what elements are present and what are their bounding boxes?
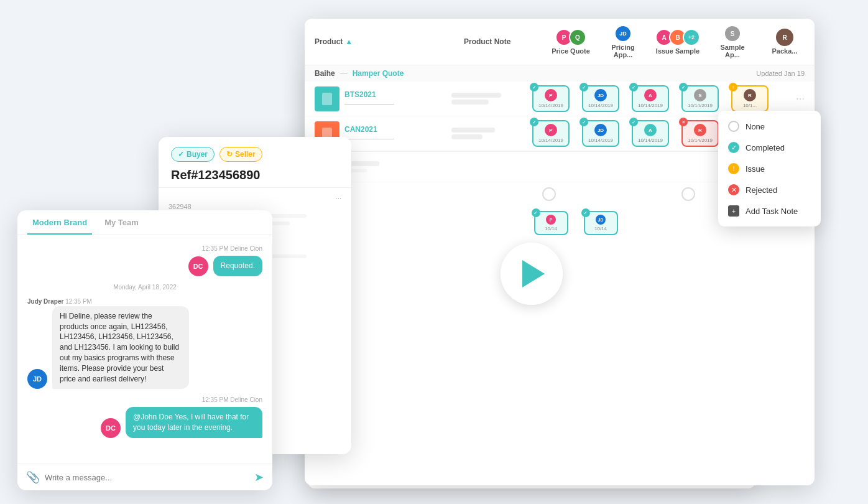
task-avatar: R <box>744 89 756 101</box>
avatar-count: +2 <box>683 29 700 46</box>
task-check-icon: ✓ <box>530 83 538 91</box>
task-cell-sample-app[interactable]: ✓ S 10/14/2019 <box>675 85 725 112</box>
task-cell-price-quote[interactable]: ✓ P 10/14/2019 <box>526 120 576 147</box>
task-avatar: P <box>545 124 557 136</box>
product-thumbnail <box>315 86 339 111</box>
task-circle-empty <box>681 187 695 201</box>
task-cell[interactable]: ✓ P 10/14 <box>526 211 576 235</box>
more-options-icon[interactable]: ⋯ <box>796 94 805 104</box>
chat-input[interactable] <box>45 473 249 482</box>
chat-tabs: Modern Brand My Team <box>17 210 272 235</box>
product-note <box>451 128 526 139</box>
none-icon <box>728 121 739 132</box>
message-group: Judy Draper 12:35 PM JD Hi Deline, pleas… <box>27 298 262 390</box>
task-cell[interactable] <box>573 187 619 201</box>
task-badge: ✓ JD 10/14 <box>584 211 618 235</box>
message-group: 12:35 PM Deline Cion @John Doe Yes, I wi… <box>27 394 262 438</box>
task-cell-pricing-app[interactable]: ✓ JD 10/14/2019 <box>576 85 626 112</box>
task-circle-empty <box>542 187 556 201</box>
seller-badge[interactable]: ↻ Seller <box>219 147 262 162</box>
task-badge-warning: ! R 10/1... <box>731 85 769 112</box>
task-avatar-jd: JD <box>594 124 607 136</box>
rejected-icon: ✕ <box>728 184 739 195</box>
task-check-icon: ✓ <box>679 83 688 91</box>
task-check-icon: ✓ <box>581 208 590 217</box>
task-check-icon: ✓ <box>532 208 540 217</box>
task-cell-sample-app[interactable]: ✕ R 10/14/2019 <box>675 120 725 147</box>
task-avatar: S <box>694 89 706 101</box>
chat-panel: Modern Brand My Team 12:35 PM Deline Cio… <box>17 210 272 490</box>
group-link[interactable]: Hamper Quote <box>353 69 404 78</box>
col-package: R Packa... <box>765 29 805 55</box>
task-cell-pricing-app[interactable]: ✓ JD 10/14/2019 <box>576 120 626 147</box>
chat-message-row: Requoted. DC <box>188 256 262 276</box>
refresh-icon: ↻ <box>226 150 233 159</box>
task-cell[interactable] <box>526 187 573 201</box>
dropdown-item-add-task[interactable]: + Add Task Note <box>718 200 821 222</box>
task-badge: ✓ A 10/14/2019 <box>632 85 669 112</box>
attach-icon[interactable]: 📎 <box>26 470 40 484</box>
chat-avatar: DC <box>188 256 208 276</box>
chat-bubble: Hi Deline, please review the products on… <box>52 306 189 390</box>
task-badge: ✓ JD 10/14/2019 <box>582 85 619 112</box>
task-cell-issue-sample[interactable]: ✓ A 10/14/2019 <box>626 120 675 147</box>
ref-number: Ref#123456890 <box>171 168 339 182</box>
buyer-badge[interactable]: ✓ Buyer <box>171 147 215 162</box>
tab-modern-brand[interactable]: Modern Brand <box>27 210 92 235</box>
play-button[interactable] <box>501 243 563 305</box>
ref-panel-header: ✓ Buyer ↻ Seller Ref#123456890 <box>159 137 351 188</box>
chat-message-row: JD Hi Deline, please review the products… <box>27 306 262 390</box>
group-name: Baihe <box>315 69 335 78</box>
avatar: Q <box>569 29 586 46</box>
product-grid-panel: Product ▲ Product Note P Q Price Quote J… <box>305 19 815 485</box>
task-cell-package[interactable]: ! R 10/1... <box>725 85 775 112</box>
task-avatar: A <box>644 124 657 136</box>
completed-icon: ✓ <box>728 142 739 153</box>
task-cell[interactable]: ✓ JD 10/14 <box>576 211 626 235</box>
product-note <box>451 93 526 105</box>
chat-avatar: DC <box>101 418 121 438</box>
task-badge: ✓ A 10/14/2019 <box>632 120 669 147</box>
chat-avatar: JD <box>27 369 47 389</box>
status-dropdown: None ✓ Completed ! Issue ✕ Rejected + Ad… <box>718 111 821 226</box>
tab-my-team[interactable]: My Team <box>99 210 144 235</box>
avatar: R <box>776 29 793 46</box>
chat-messages: 12:35 PM Deline Cion Requoted. DC Monday… <box>17 235 272 464</box>
product-subtitle: ———————— <box>344 100 394 107</box>
task-badge: ✓ P 10/14/2019 <box>532 120 570 147</box>
svg-rect-0 <box>322 93 332 105</box>
task-cell-issue-sample[interactable]: ✓ A 10/14/2019 <box>626 85 675 112</box>
chat-bubble: Requoted. <box>213 256 262 276</box>
col-product: Product ▲ <box>315 37 451 46</box>
send-icon[interactable]: ➤ <box>254 470 264 484</box>
task-avatar: P <box>545 89 557 101</box>
task-cell[interactable] <box>619 187 665 201</box>
task-avatar: A <box>644 89 657 101</box>
task-check-icon: ✓ <box>579 118 588 126</box>
task-badge: ✓ P 10/14 <box>534 211 568 235</box>
task-warn-icon: ! <box>729 83 737 91</box>
dropdown-item-issue[interactable]: ! Issue <box>718 158 821 179</box>
task-avatar-jd: JD <box>594 89 607 101</box>
check-icon: ✓ <box>178 150 184 159</box>
task-badge-rejected: ✕ R 10/14/2019 <box>681 120 719 147</box>
dropdown-item-rejected[interactable]: ✕ Rejected <box>718 179 821 200</box>
message-time: 12:35 PM Deline Cion <box>202 245 262 252</box>
table-header: Product ▲ Product Note P Q Price Quote J… <box>305 19 815 65</box>
date-separator: Monday, April 18, 2022 <box>27 284 262 291</box>
task-check-icon: ✓ <box>530 118 538 126</box>
task-avatar: R <box>694 124 706 136</box>
col-issue-sample: A B +2 Issue Sample <box>655 29 700 55</box>
task-badge: ✓ P 10/14/2019 <box>532 85 570 112</box>
add-task-icon: + <box>728 205 739 217</box>
dropdown-item-completed[interactable]: ✓ Completed <box>718 137 821 158</box>
dropdown-item-none[interactable]: None <box>718 116 821 137</box>
play-icon <box>522 260 545 287</box>
chat-message-row: @John Doe Yes, I will have that for you … <box>101 407 262 438</box>
task-check-icon: ✓ <box>579 83 588 91</box>
col-pricing-app: JD Pricing App... <box>603 25 643 58</box>
task-cell-price-quote[interactable]: ✓ P 10/14/2019 <box>526 85 576 112</box>
product-info: BTS2021 ———————— <box>315 86 451 111</box>
role-badges: ✓ Buyer ↻ Seller <box>171 147 339 162</box>
task-cell[interactable] <box>665 187 712 201</box>
